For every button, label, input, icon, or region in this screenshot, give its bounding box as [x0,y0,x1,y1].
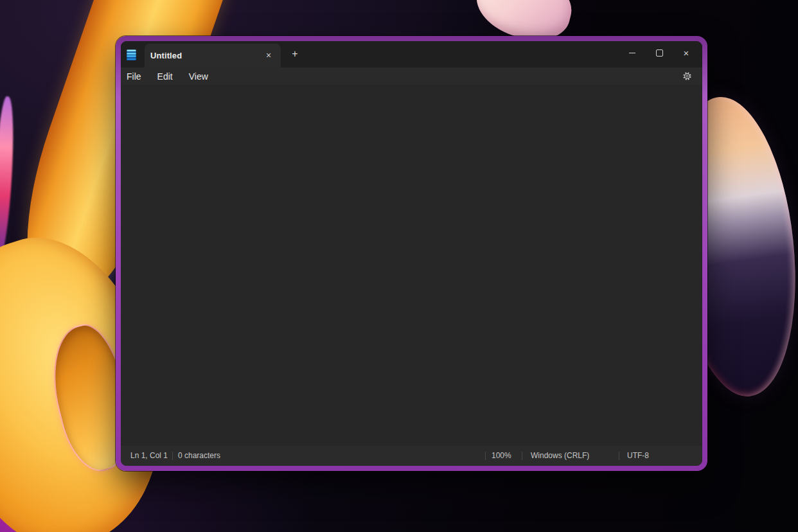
notepad-app-icon [127,49,136,60]
maximize-icon [656,49,663,57]
wallpaper-magenta-corner [0,438,123,532]
menu-file-label: File [127,71,141,82]
menubar: File Edit View [121,67,702,85]
tab-untitled[interactable]: Untitled × [145,44,281,67]
close-button[interactable]: × [673,42,700,64]
status-cursor-position: Ln 1, Col 1 [130,446,168,466]
status-divider [619,452,619,460]
desktop-wallpaper: Untitled × + × File [0,0,798,532]
notepad-window: Untitled × + × File [116,36,707,471]
status-divider [172,452,173,460]
status-divider [485,452,486,460]
status-line-ending[interactable]: Windows (CRLF) [531,446,589,466]
status-encoding[interactable]: UTF-8 [627,446,649,466]
wallpaper-left-glass-sliver [0,96,17,263]
status-character-count: 0 characters [178,446,220,466]
menu-view-label: View [189,71,208,82]
tab-title: Untitled [150,51,182,60]
menu-view[interactable]: View [183,69,214,84]
minimize-button[interactable] [619,42,646,64]
new-tab-button[interactable]: + [287,46,303,62]
notepad-window-inner: Untitled × + × File [121,41,702,466]
minimize-icon [629,53,635,53]
editor-area[interactable] [121,85,702,446]
gear-icon [682,71,693,82]
menu-edit-label: Edit [157,71,173,82]
menu-edit[interactable]: Edit [152,69,179,84]
window-controls: × [619,42,700,64]
status-zoom-level[interactable]: 100% [492,446,511,466]
titlebar[interactable]: Untitled × + × [121,41,702,67]
settings-button[interactable] [677,67,696,85]
tab-close-icon[interactable]: × [262,48,276,62]
status-divider [522,452,522,460]
maximize-button[interactable] [646,42,673,64]
menu-file[interactable]: File [121,69,147,84]
status-bar: Ln 1, Col 1 0 characters 100% Windows (C… [121,446,702,466]
